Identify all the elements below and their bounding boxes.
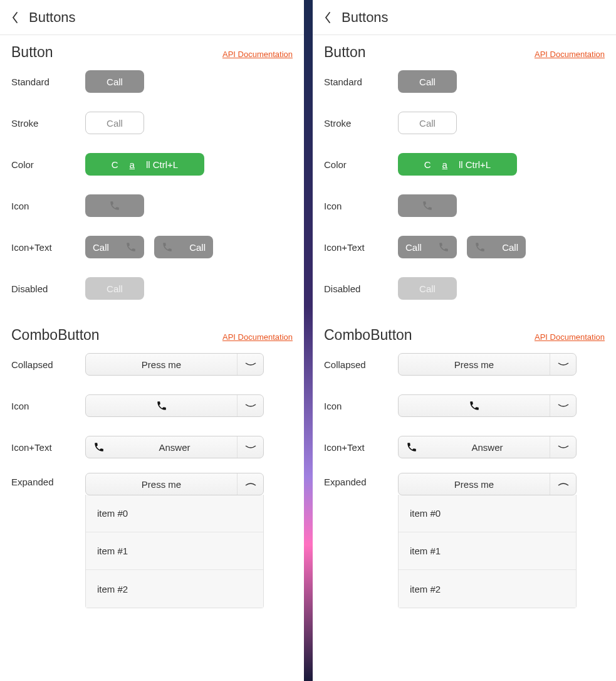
label-combo-icon: Icon	[324, 401, 398, 411]
button-standard[interactable]: Call	[398, 70, 457, 93]
button-disabled: Call	[85, 277, 144, 300]
phone-icon	[162, 241, 173, 253]
button-icontext-1[interactable]: Call	[398, 236, 457, 258]
combo-icon[interactable]	[398, 394, 577, 417]
button-icontext-1[interactable]: Call	[85, 236, 144, 258]
chevron-up-icon[interactable]	[550, 473, 576, 495]
combo-collapsed[interactable]: Press me	[398, 353, 577, 376]
phone-icon	[93, 441, 105, 453]
section-title-button: Button	[11, 44, 53, 61]
button-stroke[interactable]: Call	[85, 112, 144, 134]
label-standard: Standard	[324, 77, 398, 87]
combo-collapsed[interactable]: Press me	[85, 353, 264, 376]
button-icon[interactable]	[398, 194, 457, 217]
combo-item[interactable]: item #1	[399, 532, 576, 570]
button-stroke[interactable]: Call	[398, 112, 457, 134]
label-combo-icon: Icon	[11, 401, 85, 411]
label-color: Color	[11, 159, 85, 170]
combo-expanded-list: item #0 item #1 item #2	[398, 495, 577, 608]
label-icon: Icon	[324, 201, 398, 211]
phone-icon	[125, 241, 137, 253]
label-standard: Standard	[11, 77, 85, 87]
button-icontext-2[interactable]: Call	[467, 236, 526, 258]
label-combo-expanded: Expanded	[324, 473, 398, 487]
button-icon[interactable]	[85, 194, 144, 217]
section-title-button: Button	[324, 44, 366, 61]
button-icontext-2[interactable]: Call	[154, 236, 213, 258]
page-title: Buttons	[29, 9, 76, 26]
section-button: Button API Documentation Standard Call S…	[313, 35, 616, 309]
phone-icon	[469, 400, 480, 411]
chevron-down-icon[interactable]	[237, 436, 263, 458]
label-icon: Icon	[11, 201, 85, 211]
phone-icon	[422, 200, 433, 211]
combo-item[interactable]: item #2	[86, 570, 263, 608]
combo-expanded-list: item #0 item #1 item #2	[85, 495, 264, 608]
section-title-combo: ComboButton	[324, 327, 412, 344]
combo-expanded[interactable]: Press me	[398, 473, 577, 495]
combo-icontext[interactable]: Answer	[85, 436, 264, 458]
chevron-up-icon[interactable]	[237, 473, 263, 495]
label-stroke: Stroke	[324, 118, 398, 129]
combo-item[interactable]: item #0	[399, 495, 576, 532]
combo-item[interactable]: item #0	[86, 495, 263, 532]
section-title-combo: ComboButton	[11, 327, 100, 344]
header: Buttons	[0, 0, 304, 35]
chevron-down-icon[interactable]	[550, 395, 576, 416]
api-link-combo[interactable]: API Documentation	[222, 332, 293, 342]
page-title: Buttons	[342, 9, 389, 26]
api-link-combo[interactable]: API Documentation	[535, 332, 605, 342]
api-link-button[interactable]: API Documentation	[222, 50, 293, 59]
label-combo-collapsed: Collapsed	[324, 359, 398, 370]
button-color[interactable]: Call Ctrl+L	[85, 153, 204, 176]
combo-item[interactable]: item #2	[399, 570, 576, 608]
chevron-down-icon[interactable]	[550, 436, 576, 458]
section-button: Button API Documentation Standard Call S…	[0, 35, 304, 309]
phone-icon	[438, 241, 449, 253]
back-icon[interactable]	[324, 11, 331, 24]
phone-icon	[474, 241, 486, 253]
button-color[interactable]: Call Ctrl+L	[398, 153, 517, 176]
label-disabled: Disabled	[324, 283, 398, 294]
label-combo-collapsed: Collapsed	[11, 359, 85, 370]
right-pane: Buttons Button API Documentation Standar…	[313, 0, 616, 681]
combo-expanded[interactable]: Press me	[85, 473, 264, 495]
chevron-down-icon[interactable]	[550, 354, 576, 375]
api-link-button[interactable]: API Documentation	[535, 50, 605, 59]
section-combo: ComboButton API Documentation Collapsed …	[313, 309, 616, 608]
label-disabled: Disabled	[11, 283, 85, 294]
combo-icontext[interactable]: Answer	[398, 436, 577, 458]
button-disabled: Call	[398, 277, 457, 300]
combo-icon[interactable]	[85, 394, 264, 417]
chevron-down-icon[interactable]	[237, 354, 263, 375]
combo-item[interactable]: item #1	[86, 532, 263, 570]
label-combo-icontext: Icon+Text	[324, 442, 398, 453]
label-icontext: Icon+Text	[11, 242, 85, 253]
label-combo-icontext: Icon+Text	[11, 442, 85, 453]
button-standard[interactable]: Call	[85, 70, 144, 93]
label-color: Color	[324, 159, 398, 170]
chevron-down-icon[interactable]	[237, 395, 263, 416]
phone-icon	[109, 200, 120, 211]
header: Buttons	[313, 0, 616, 35]
label-combo-expanded: Expanded	[11, 473, 85, 487]
section-combo: ComboButton API Documentation Collapsed …	[0, 309, 304, 608]
phone-icon	[156, 400, 167, 411]
label-icontext: Icon+Text	[324, 242, 398, 253]
left-pane: Buttons Button API Documentation Standar…	[0, 0, 304, 681]
back-icon[interactable]	[11, 11, 19, 24]
phone-icon	[406, 441, 417, 453]
label-stroke: Stroke	[11, 118, 85, 129]
